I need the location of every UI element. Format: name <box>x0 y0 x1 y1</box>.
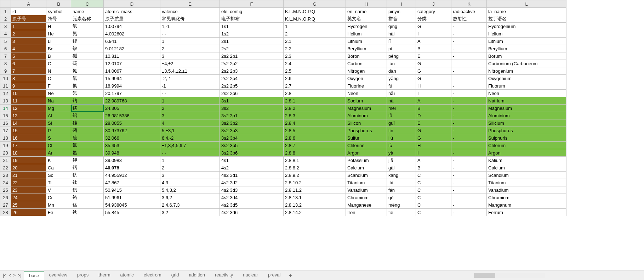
cell-A17[interactable]: 15 <box>11 127 46 134</box>
cell-K24[interactable]: - <box>451 179 487 186</box>
column-header-G[interactable]: G <box>284 0 346 8</box>
cell-B17[interactable]: P <box>46 127 71 134</box>
cell-C24[interactable]: 钛 <box>71 179 104 186</box>
sheet-tab-preval[interactable]: preval <box>263 271 285 280</box>
cell-K11[interactable]: - <box>451 82 487 90</box>
cell-A13[interactable]: 11 <box>11 97 46 105</box>
cell-I21[interactable]: jiǎ <box>387 157 416 164</box>
cell-A20[interactable]: 18 <box>11 149 46 157</box>
cell-D2[interactable]: 原子质量 <box>104 15 160 23</box>
cell-D15[interactable]: 26.9815386 <box>104 112 160 119</box>
cell-B26[interactable]: Cr <box>46 194 71 201</box>
cell-D3[interactable]: 1.00794 <box>104 23 160 30</box>
cell-J16[interactable]: E <box>416 119 451 127</box>
cell-K19[interactable]: - <box>451 142 487 149</box>
cell-D13[interactable]: 22.989768 <box>104 97 160 105</box>
cell-D20[interactable]: 39.948 <box>104 149 160 157</box>
cell-L10[interactable]: Oxygenium <box>487 75 566 82</box>
cell-H4[interactable]: Helium <box>346 30 387 38</box>
cell-H19[interactable]: Chlorine <box>346 142 387 149</box>
cell-B13[interactable]: Na <box>46 97 71 105</box>
column-header-L[interactable]: L <box>487 0 566 8</box>
row-header-11[interactable]: 11 <box>0 82 11 90</box>
cell-A8[interactable]: 6 <box>11 60 46 67</box>
cell-F18[interactable]: 3s2 3p4 <box>220 134 284 142</box>
cell-H8[interactable]: Carbon <box>346 60 387 67</box>
row-header-4[interactable]: 4 <box>0 30 11 38</box>
cell-F24[interactable]: 4s2 3d2 <box>220 179 284 186</box>
cell-C18[interactable]: 硫 <box>71 134 104 142</box>
cell-G10[interactable]: 2.6 <box>284 75 346 82</box>
row-header-13[interactable]: 13 <box>0 97 11 105</box>
cell-C26[interactable]: 铬 <box>71 194 104 201</box>
cell-G2[interactable]: K.L.M.N.O.P.Q <box>284 15 346 23</box>
cell-B21[interactable]: K <box>46 157 71 164</box>
cell-I23[interactable]: kàng <box>387 172 416 179</box>
cell-K18[interactable]: - <box>451 134 487 142</box>
cell-H28[interactable]: Iron <box>346 209 387 216</box>
cell-L15[interactable]: Aluminium <box>487 112 566 119</box>
cell-K17[interactable]: - <box>451 127 487 134</box>
cell-K9[interactable]: - <box>451 67 487 75</box>
cell-C28[interactable]: 铁 <box>71 209 104 216</box>
cell-G16[interactable]: 2.8.4 <box>284 119 346 127</box>
cell-F7[interactable]: 2s2 2p1 <box>220 52 284 60</box>
row-header-2[interactable]: 2 <box>0 15 11 23</box>
cell-J24[interactable]: C <box>416 179 451 186</box>
cell-K1[interactable]: radioactive <box>451 8 487 15</box>
cell-E26[interactable]: 3,6,2 <box>160 194 220 201</box>
cell-K10[interactable]: - <box>451 75 487 82</box>
cell-J23[interactable]: C <box>416 172 451 179</box>
cell-D25[interactable]: 50.9415 <box>104 186 160 194</box>
cell-E7[interactable]: 3 <box>160 52 220 60</box>
cell-I4[interactable]: hài <box>387 30 416 38</box>
cell-J13[interactable]: A <box>416 97 451 105</box>
cell-C27[interactable]: 锰 <box>71 201 104 209</box>
cell-L14[interactable]: Magnesium <box>487 105 566 112</box>
cell-F22[interactable]: 4s2 <box>220 164 284 172</box>
cell-I28[interactable]: tiě <box>387 209 416 216</box>
cell-B3[interactable]: H <box>46 23 71 30</box>
cell-H2[interactable]: 英文名 <box>346 15 387 23</box>
cell-C20[interactable]: 氩 <box>71 149 104 157</box>
cell-C7[interactable]: 硼 <box>71 52 104 60</box>
cell-F2[interactable]: 电子排布 <box>220 15 284 23</box>
cell-B8[interactable]: C <box>46 60 71 67</box>
cell-D1[interactable]: atomic_mass <box>104 8 160 15</box>
cell-L1[interactable]: la_name <box>487 8 566 15</box>
cell-B19[interactable]: Cl <box>46 142 71 149</box>
cell-G20[interactable]: 2.8.8 <box>284 149 346 157</box>
row-header-12[interactable]: 12 <box>0 90 11 97</box>
cell-A2[interactable]: 原子号 <box>11 15 46 23</box>
cell-H10[interactable]: Oxygen <box>346 75 387 82</box>
row-header-6[interactable]: 6 <box>0 45 11 52</box>
cell-K3[interactable]: - <box>451 23 487 30</box>
cell-K8[interactable]: - <box>451 60 487 67</box>
cell-A6[interactable]: 4 <box>11 45 46 52</box>
cell-C5[interactable]: 锂 <box>71 38 104 45</box>
cell-F15[interactable]: 3s2 3p1 <box>220 112 284 119</box>
cell-H16[interactable]: Silicon <box>346 119 387 127</box>
cell-I20[interactable]: yà <box>387 149 416 157</box>
cell-E16[interactable]: 4 <box>160 119 220 127</box>
cell-E8[interactable]: ±4,±2 <box>160 60 220 67</box>
cell-L23[interactable]: Scandium <box>487 172 566 179</box>
cell-F26[interactable]: 4s2 3d4 <box>220 194 284 201</box>
cell-J18[interactable]: G <box>416 134 451 142</box>
cell-A22[interactable]: 20 <box>11 164 46 172</box>
cell-B16[interactable]: Si <box>46 119 71 127</box>
cell-J8[interactable]: G <box>416 60 451 67</box>
column-header-J[interactable]: J <box>416 0 451 8</box>
cell-B23[interactable]: Sc <box>46 172 71 179</box>
cell-L25[interactable]: Vanadium <box>487 186 566 194</box>
cell-H7[interactable]: Boron <box>346 52 387 60</box>
cell-L28[interactable]: Ferrum <box>487 209 566 216</box>
cell-E18[interactable]: 6,4,-2 <box>160 134 220 142</box>
cell-E11[interactable]: -1 <box>160 82 220 90</box>
cell-A5[interactable]: 3 <box>11 38 46 45</box>
nav-prev-icon[interactable]: < <box>8 273 11 278</box>
cell-L5[interactable]: Lithium <box>487 38 566 45</box>
row-header-10[interactable]: 10 <box>0 75 11 82</box>
cell-F9[interactable]: 2s2 2p3 <box>220 67 284 75</box>
cell-E20[interactable]: - - <box>160 149 220 157</box>
